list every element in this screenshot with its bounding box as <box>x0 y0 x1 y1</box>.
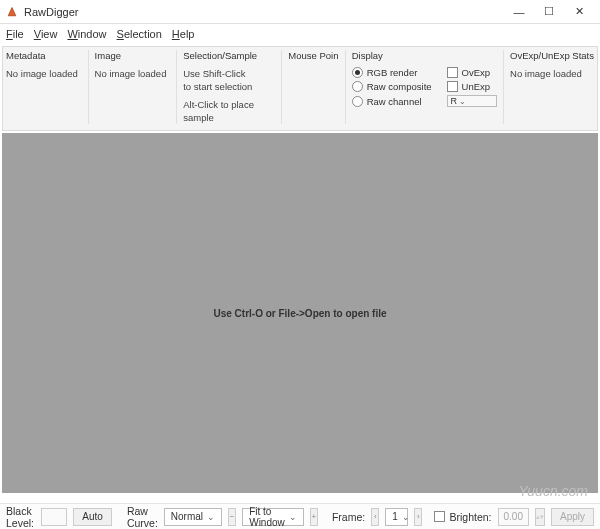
selection-body: Use Shift-Click to start selection Alt-C… <box>183 67 275 124</box>
menu-file[interactable]: File <box>6 28 24 40</box>
apply-button[interactable]: Apply <box>551 508 594 526</box>
app-icon <box>6 6 18 18</box>
frame-select[interactable]: 1 <box>385 508 408 526</box>
canvas-hint: Use Ctrl-O or File->Open to open file <box>213 308 386 319</box>
black-level-field[interactable] <box>41 508 67 526</box>
radio-rgb-render[interactable]: RGB render <box>352 67 439 78</box>
metadata-group: Metadata No image loaded <box>6 50 82 124</box>
brighten-label: Brighten: <box>449 511 491 523</box>
menu-help[interactable]: Help <box>172 28 195 40</box>
radio-raw-channel[interactable]: Raw channel <box>352 96 439 107</box>
window-controls: — ☐ ✕ <box>504 2 594 22</box>
stats-body: No image loaded <box>510 67 594 80</box>
radio-composite-label: Raw composite <box>367 81 432 92</box>
selection-line2: to start selection <box>183 80 275 93</box>
black-level-label: Black Level: <box>6 505 35 529</box>
metadata-body: No image loaded <box>6 67 82 80</box>
check-ovexp[interactable]: OvExp <box>447 67 497 78</box>
frame-label: Frame: <box>332 511 365 523</box>
status-bar: Black Level: Auto Raw Curve: Normal − Fi… <box>0 503 600 529</box>
image-body: No image loaded <box>95 67 171 80</box>
check-ovexp-label: OvExp <box>462 67 491 78</box>
display-header: Display <box>352 50 497 61</box>
titlebar: RawDigger — ☐ ✕ <box>0 0 600 24</box>
channel-value: R <box>451 96 458 106</box>
metadata-header: Metadata <box>6 50 82 61</box>
app-title: RawDigger <box>24 6 504 18</box>
radio-raw-composite[interactable]: Raw composite <box>352 81 439 92</box>
close-button[interactable]: ✕ <box>564 2 594 22</box>
frame-next-button[interactable]: › <box>414 508 422 526</box>
maximize-button[interactable]: ☐ <box>534 2 564 22</box>
menu-window[interactable]: Window <box>67 28 106 40</box>
menubar: File View Window Selection Help <box>0 24 600 44</box>
radio-rgb-label: RGB render <box>367 67 418 78</box>
image-header: Image <box>95 50 171 61</box>
selection-header: Selection/Sample <box>183 50 275 61</box>
selection-line1: Use Shift-Click <box>183 67 275 80</box>
menu-view[interactable]: View <box>34 28 58 40</box>
selection-group: Selection/Sample Use Shift-Click to star… <box>183 50 275 124</box>
menu-selection[interactable]: Selection <box>117 28 162 40</box>
zoom-out-button[interactable]: − <box>228 508 236 526</box>
brighten-value[interactable]: 0.00 <box>498 508 529 526</box>
radio-channel-label: Raw channel <box>367 96 422 107</box>
mouse-header: Mouse Poin <box>288 50 338 61</box>
display-group: Display RGB render OvExp Raw composite U… <box>352 50 497 124</box>
stats-header: OvExp/UnExp Stats <box>510 50 594 61</box>
channel-select[interactable]: R <box>447 95 497 107</box>
mouse-group: Mouse Poin <box>288 50 338 124</box>
frame-prev-button[interactable]: ‹ <box>371 508 379 526</box>
info-panel: Metadata No image loaded Image No image … <box>2 46 598 131</box>
auto-button[interactable]: Auto <box>73 508 112 526</box>
raw-curve-label: Raw Curve: <box>127 505 158 529</box>
image-group: Image No image loaded <box>95 50 171 124</box>
brighten-step[interactable]: ▴▾ <box>535 508 545 526</box>
selection-line3: Alt-Click to place <box>183 98 275 111</box>
raw-curve-select[interactable]: Normal <box>164 508 222 526</box>
stats-group: OvExp/UnExp Stats No image loaded <box>510 50 594 124</box>
check-unexp-label: UnExp <box>462 81 491 92</box>
minimize-button[interactable]: — <box>504 2 534 22</box>
image-canvas[interactable]: Use Ctrl-O or File->Open to open file <box>2 133 598 493</box>
check-unexp[interactable]: UnExp <box>447 81 497 92</box>
brighten-check[interactable]: Brighten: <box>434 511 491 523</box>
zoom-select[interactable]: Fit to Window <box>242 508 304 526</box>
selection-line4: sample <box>183 111 275 124</box>
zoom-in-button[interactable]: + <box>310 508 318 526</box>
